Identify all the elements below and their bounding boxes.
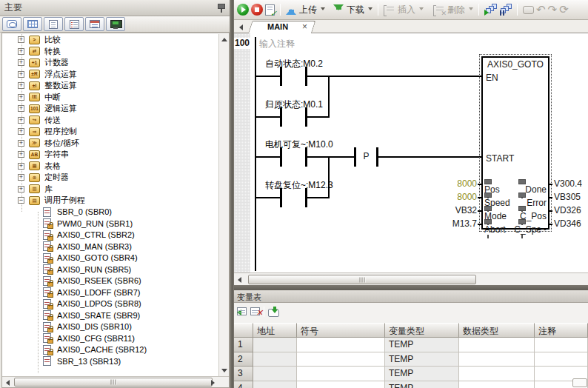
contact-label[interactable]: 归原状态:M0.1	[265, 98, 323, 111]
tree-item-subroutine[interactable]: AXIS0_GOTO (SBR4)	[2, 252, 218, 264]
var-type-cell[interactable]: TEMP	[385, 338, 459, 352]
insert-row-icon[interactable]	[237, 307, 247, 315]
tree-item-folder[interactable]: + +1 计数器	[2, 57, 218, 69]
pin-icon[interactable]	[218, 3, 225, 13]
scroll-left-arrow[interactable]	[235, 275, 244, 284]
address-cell[interactable]	[253, 338, 297, 352]
tree-expander[interactable]: +	[18, 59, 24, 66]
tree-expander[interactable]: +	[18, 117, 24, 124]
scrollbar-thumb[interactable]	[248, 275, 476, 284]
contact-label[interactable]: 自动状态:M0.2	[265, 58, 323, 70]
undo-button[interactable]: ↶	[536, 4, 546, 16]
block-input-value[interactable]: VB32	[419, 205, 477, 215]
tree-item-subroutine[interactable]: SBR_0 (SBR0)	[2, 207, 218, 218]
tree-item-subroutine[interactable]: PWM0_RUN (SBR1)	[2, 218, 218, 230]
tree-expander[interactable]: +	[18, 174, 24, 181]
upload-dropdown-caret[interactable]	[321, 7, 325, 13]
tree-item-folder[interactable]: + ⊙ 定时器	[2, 172, 218, 184]
tree-expander[interactable]: +	[18, 48, 24, 55]
tree-expander[interactable]: +	[18, 82, 24, 89]
report-icon[interactable]	[85, 17, 104, 31]
row-number-cell[interactable]: 2	[234, 352, 253, 367]
tree-item-subroutine[interactable]: AXIS0_LDOFF (SBR7)	[2, 287, 218, 298]
comment-cell[interactable]	[535, 352, 588, 367]
comment-cell[interactable]	[535, 338, 588, 352]
tree-item-folder[interactable]: + ↪ 传送	[2, 115, 218, 127]
tree-item-folder[interactable]: + ±I 整数运算	[2, 80, 218, 92]
ladder-editor[interactable]: 100 输入注释 自动状态:M0.2 归原状态:M0.1 电机可复~	[234, 33, 588, 272]
delete-button[interactable]: ✕ 删除	[433, 4, 473, 16]
editor-horizontal-scrollbar[interactable]	[234, 272, 588, 285]
symbol-cell[interactable]	[297, 352, 385, 367]
tree-item-subroutine[interactable]: SBR_13 (SBR13)	[2, 355, 218, 367]
address-cell[interactable]	[253, 352, 297, 367]
scroll-left-arrow[interactable]	[3, 378, 13, 387]
tree-item-folder[interactable]: + ⇄ 转换	[2, 46, 218, 58]
tree-vertical-scrollbar[interactable]	[218, 34, 229, 376]
positive-edge-contact[interactable]: P	[356, 151, 376, 161]
tree-expander[interactable]: +	[18, 94, 24, 101]
list-icon[interactable]	[64, 17, 84, 31]
tree-expander[interactable]: +	[18, 128, 24, 135]
scrollbar-corner[interactable]	[572, 378, 587, 387]
tree-item-subroutine[interactable]: AXIS0_SRATE (SBR9)	[2, 310, 218, 321]
scroll-down-arrow[interactable]	[219, 366, 229, 375]
delete-dropdown-caret[interactable]	[469, 7, 473, 13]
data-type-cell[interactable]	[459, 381, 535, 388]
insert-dropdown-caret[interactable]	[419, 7, 424, 13]
block-output-value[interactable]: VB305	[554, 192, 581, 202]
tree-expander[interactable]: +	[18, 105, 24, 112]
tree-item-folder[interactable]: + > 比较	[2, 34, 218, 46]
data-type-cell[interactable]	[459, 338, 535, 352]
document-icon[interactable]	[44, 17, 63, 31]
tree-expander[interactable]: +	[18, 71, 24, 78]
network-comment-placeholder[interactable]: 输入注释	[259, 38, 295, 50]
tree-item-folder[interactable]: + 101 逻辑运算	[2, 103, 218, 115]
tree-item-subroutine[interactable]: AXIS0_RSEEK (SBR6)	[2, 275, 218, 287]
var-type-cell[interactable]: TEMP	[385, 381, 459, 388]
upload-button[interactable]: 上传	[286, 4, 325, 16]
data-type-cell[interactable]	[459, 352, 535, 367]
block-input-value[interactable]: 8000	[419, 178, 477, 189]
run-button[interactable]	[237, 4, 249, 16]
horizontal-splitter[interactable]	[234, 285, 588, 290]
tree-expander[interactable]: +	[18, 140, 24, 147]
symbol-cell[interactable]	[297, 367, 385, 381]
tree-item-folder[interactable]: + ⇒ 程序控制	[2, 126, 218, 138]
tree-item-subroutine[interactable]: AXIS0_DIS (SBR10)	[2, 321, 218, 333]
tree-expander[interactable]: +	[18, 36, 24, 43]
download-table-icon[interactable]	[268, 307, 279, 317]
contact-label[interactable]: 电机可复~:M10.0	[265, 138, 333, 151]
var-type-cell[interactable]: TEMP	[385, 367, 459, 381]
symbol-cell[interactable]	[297, 381, 385, 388]
scroll-right-arrow[interactable]	[208, 378, 218, 387]
tree-expander[interactable]: +	[18, 151, 24, 158]
tab-main[interactable]: MAIN ×	[248, 21, 312, 33]
tree-item-folder[interactable]: − ▤ 调用子例程	[2, 195, 218, 207]
window-icon[interactable]	[2, 17, 21, 31]
tree-item-folder[interactable]: + AB 字符串	[2, 149, 218, 161]
address-cell[interactable]	[253, 381, 297, 388]
pause-status-button[interactable]	[499, 4, 512, 16]
tree-item-subroutine[interactable]: AXIS0_CACHE (SBR12)	[2, 344, 218, 356]
grid-icon[interactable]	[23, 17, 42, 31]
block-output-value[interactable]: VD346	[554, 218, 581, 229]
network-number[interactable]: 100	[234, 38, 250, 49]
row-number-cell[interactable]: 3	[234, 367, 253, 381]
tree-item-subroutine[interactable]: AXIS0_MAN (SBR3)	[2, 241, 218, 252]
insert-button[interactable]: 插入	[384, 4, 424, 16]
tree-expander[interactable]: +	[18, 163, 24, 170]
delete-row-icon[interactable]: ✕	[250, 307, 260, 315]
tree-item-subroutine[interactable]: AXIS0_RUN (SBR5)	[2, 264, 218, 275]
redo-button[interactable]: ↷	[548, 4, 558, 16]
tree-expander[interactable]: −	[18, 197, 24, 204]
block-output-value[interactable]: V300.4	[554, 178, 582, 189]
scrollbar-thumb[interactable]	[14, 378, 213, 387]
tree-item-folder[interactable]: + ≫ 移位/循环	[2, 138, 218, 150]
scroll-up-arrow[interactable]	[219, 35, 229, 44]
block-input-value[interactable]: 8000	[419, 192, 477, 202]
tree-item-subroutine[interactable]: AXIS0_CTRL (SBR2)	[2, 230, 218, 241]
address-cell[interactable]	[253, 367, 297, 381]
tree-item-subroutine[interactable]: AXIS0_CFG (SBR11)	[2, 332, 218, 344]
block-output-value[interactable]: VD326	[554, 205, 581, 215]
